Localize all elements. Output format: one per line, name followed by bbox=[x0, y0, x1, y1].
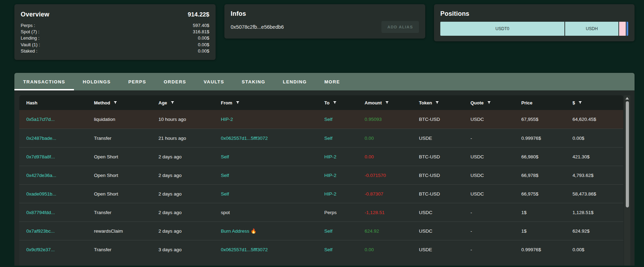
quote-cell: USDC bbox=[470, 154, 521, 159]
tx-hash-link[interactable]: 0x9cf92e37... bbox=[26, 247, 94, 252]
positions-bar-segment[interactable] bbox=[626, 22, 628, 36]
column-header: From bbox=[221, 100, 324, 105]
vertical-scrollbar[interactable] bbox=[624, 95, 630, 266]
amount-cell: 624.92 bbox=[365, 228, 419, 234]
table-body: 0x5a17cf7d... liquidation 10 hours ago H… bbox=[19, 110, 623, 259]
filter-icon[interactable] bbox=[333, 101, 337, 105]
filter-icon[interactable] bbox=[435, 101, 439, 105]
filter-icon[interactable] bbox=[170, 101, 175, 105]
filter-icon[interactable] bbox=[113, 101, 117, 105]
amount-cell: 0.00 bbox=[365, 154, 419, 159]
stat-value: 0.00$ bbox=[198, 48, 209, 54]
table-row: 0x427de36a... Open Short 2 days ago Self… bbox=[19, 166, 623, 184]
positions-bar: USDT0 USDH bbox=[440, 22, 628, 36]
scroll-up-icon[interactable] bbox=[625, 97, 629, 100]
positions-bar-segment[interactable]: USDH bbox=[565, 22, 618, 36]
method-cell: Transfer bbox=[94, 247, 158, 252]
tab-vaults[interactable]: VAULTS bbox=[195, 73, 233, 90]
tab-holdings[interactable]: HOLDINGS bbox=[74, 73, 120, 90]
from-cell[interactable]: Burn Address 🔥 bbox=[221, 228, 324, 234]
infos-title: Infos bbox=[231, 9, 419, 18]
tx-hash-link[interactable]: 0x7af923bc... bbox=[26, 228, 94, 234]
to-cell[interactable]: HIP-2 bbox=[324, 191, 365, 197]
tab-lending[interactable]: LENDING bbox=[274, 73, 316, 90]
from-cell[interactable]: Self bbox=[221, 154, 324, 159]
tab-bar: TRANSACTIONSHOLDINGSPERPSORDERSVAULTSSTA… bbox=[14, 73, 635, 90]
tx-hash-link[interactable]: 0x2487bade... bbox=[26, 136, 94, 141]
age-cell: 2 days ago bbox=[158, 228, 221, 234]
to-cell[interactable]: HIP-2 bbox=[324, 154, 365, 159]
from-cell[interactable]: HIP-2 bbox=[221, 117, 324, 122]
price-cell: 0.99976$ bbox=[521, 247, 572, 252]
tab-transactions[interactable]: TRANSACTIONS bbox=[14, 73, 74, 90]
stat-value: 316.81$ bbox=[193, 29, 209, 35]
column-label: Hash bbox=[26, 100, 38, 105]
positions-title: Positions bbox=[440, 9, 628, 18]
column-header: Token bbox=[419, 100, 470, 105]
method-cell: rewardsClaim bbox=[94, 228, 158, 234]
usd-cell: 624.92$ bbox=[572, 228, 623, 234]
overview-stat-row: Staked : 0.00$ bbox=[21, 48, 209, 54]
age-cell: 2 days ago bbox=[158, 154, 221, 159]
token-cell: BTC-USD bbox=[419, 154, 470, 159]
from-cell: spot bbox=[221, 210, 324, 215]
to-cell[interactable]: Self bbox=[324, 136, 365, 141]
filter-icon[interactable] bbox=[487, 101, 491, 105]
price-cell: 1$ bbox=[521, 228, 572, 234]
overview-stat-row: Vault (1) : 0.00$ bbox=[21, 42, 209, 48]
tx-hash-link[interactable]: 0x5a17cf7d... bbox=[26, 117, 94, 122]
to-cell[interactable]: Self bbox=[324, 228, 365, 234]
tab-orders[interactable]: ORDERS bbox=[155, 73, 195, 90]
column-label: $ bbox=[572, 100, 575, 105]
tab-staking[interactable]: STAKING bbox=[233, 73, 274, 90]
tab-more[interactable]: MORE bbox=[316, 73, 349, 90]
price-cell: 0.99976$ bbox=[521, 136, 572, 141]
table-row: 0x7d978a8f... Open Short 2 days ago Self… bbox=[19, 147, 623, 166]
column-header: Age bbox=[158, 100, 221, 105]
filter-icon[interactable] bbox=[236, 101, 240, 105]
table-row: 0x7af923bc... rewardsClaim 2 days ago Bu… bbox=[19, 221, 623, 240]
amount-cell: -0.87307 bbox=[365, 191, 419, 197]
column-header: Hash bbox=[26, 100, 94, 105]
tx-hash-link[interactable]: 0x427de36a... bbox=[26, 173, 94, 178]
usd-cell: 0.00$ bbox=[572, 247, 623, 252]
token-cell: BTC-USD bbox=[419, 191, 470, 197]
filter-icon[interactable] bbox=[578, 101, 582, 105]
from-cell[interactable]: Self bbox=[221, 191, 324, 197]
usd-cell: 58,473.86$ bbox=[572, 191, 623, 197]
usd-cell: 64,620.45$ bbox=[572, 117, 623, 122]
wallet-address: 0x5078c2fb...e56bedb6 bbox=[231, 24, 284, 30]
price-cell: 67,955$ bbox=[521, 117, 572, 122]
token-cell: USDE bbox=[419, 247, 470, 252]
table-row: 0xade0951b... Open Short 2 days ago Self… bbox=[19, 184, 623, 203]
column-header: To bbox=[324, 100, 365, 105]
scrollbar-thumb[interactable] bbox=[626, 101, 629, 207]
tx-hash-link[interactable]: 0xade0951b... bbox=[26, 191, 94, 197]
column-label: Amount bbox=[365, 100, 382, 105]
from-cell[interactable]: 0x062557d1...5fff3072 bbox=[221, 136, 324, 141]
filter-icon[interactable] bbox=[385, 101, 389, 105]
overview-total-value: 914.22$ bbox=[188, 11, 209, 18]
token-cell: BTC-USD bbox=[419, 173, 470, 178]
to-cell[interactable]: Self bbox=[324, 117, 365, 122]
add-alias-button[interactable]: ADD ALIAS bbox=[381, 21, 419, 33]
price-cell: 66,978$ bbox=[521, 173, 572, 178]
stat-label: Staked : bbox=[21, 48, 38, 54]
positions-bar-segment[interactable] bbox=[619, 22, 626, 36]
from-cell[interactable]: Self bbox=[221, 173, 324, 178]
tx-hash-link[interactable]: 0x87794fdd... bbox=[26, 210, 94, 215]
from-cell[interactable]: 0x062557d1...5fff3072 bbox=[221, 247, 324, 252]
positions-bar-segment[interactable]: USDT0 bbox=[440, 22, 564, 36]
age-cell: 10 hours ago bbox=[158, 117, 221, 122]
overview-stat-row: Perps : 597.40$ bbox=[21, 22, 209, 29]
column-header: $ bbox=[572, 100, 623, 105]
price-cell: 1$ bbox=[521, 210, 572, 215]
to-cell[interactable]: Self bbox=[324, 247, 365, 252]
to-cell[interactable]: HIP-2 bbox=[324, 173, 365, 178]
tx-hash-link[interactable]: 0x7d978a8f... bbox=[26, 154, 94, 159]
infos-row: 0x5078c2fb...e56bedb6 ADD ALIAS bbox=[231, 21, 419, 33]
to-cell: Perps bbox=[324, 210, 365, 215]
tab-perps[interactable]: PERPS bbox=[120, 73, 155, 90]
stat-value: 597.40$ bbox=[193, 22, 209, 29]
token-cell: USDE bbox=[419, 136, 470, 141]
